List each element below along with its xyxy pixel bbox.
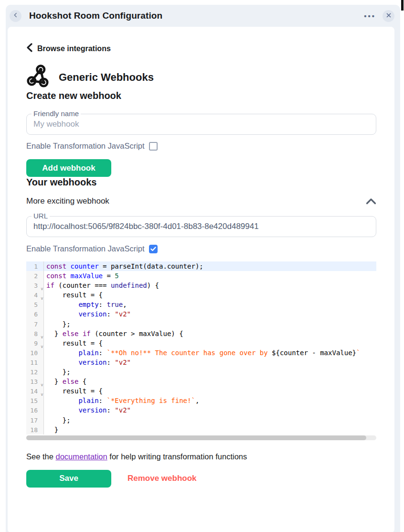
code-line[interactable]: 8v } else if (counter > maxValue) { xyxy=(26,329,376,338)
help-text: See the documentation for help writing t… xyxy=(26,452,376,461)
code-text[interactable]: result = { xyxy=(44,290,103,300)
cursor-artifact xyxy=(401,0,404,11)
actions-row: Save Remove webhook xyxy=(26,470,376,488)
code-text[interactable]: }; xyxy=(44,415,71,425)
code-text[interactable]: version: "v2" xyxy=(44,358,131,367)
create-transform-row: Enable Transformation JavaScript xyxy=(26,141,376,151)
code-line[interactable]: 15 plain: `*Everything is fine!`, xyxy=(26,396,376,405)
code-line[interactable]: 13v } else { xyxy=(26,377,376,386)
code-text[interactable]: } xyxy=(44,425,58,434)
browse-integrations-link[interactable]: Browse integrations xyxy=(26,43,376,54)
code-line[interactable]: 14v result = { xyxy=(26,386,376,396)
line-number: 18 xyxy=(26,425,44,434)
overflow-menu-icon[interactable]: ••• xyxy=(364,12,376,20)
your-webhooks-heading: Your webhooks xyxy=(26,177,376,188)
code-text[interactable]: }; xyxy=(44,319,71,329)
url-input[interactable] xyxy=(26,216,376,237)
line-number: 8v xyxy=(26,329,44,338)
code-line[interactable]: 2const maxValue = 5 xyxy=(26,271,376,281)
line-number: 11 xyxy=(26,358,44,367)
line-number: 15 xyxy=(26,396,44,405)
line-number: 3v xyxy=(26,281,44,290)
hook-transform-row: Enable Transformation JavaScript xyxy=(26,244,376,253)
close-icon xyxy=(386,11,392,20)
hook-transform-label: Enable Transformation JavaScript xyxy=(26,244,145,253)
create-transform-label: Enable Transformation JavaScript xyxy=(26,141,145,151)
line-number: 10 xyxy=(26,348,44,358)
line-number: 14v xyxy=(26,386,44,396)
code-line[interactable]: 17 }; xyxy=(26,415,376,425)
code-line[interactable]: 16 version: "v2" xyxy=(26,405,376,415)
code-text[interactable]: }; xyxy=(44,367,71,377)
code-line[interactable]: 9v result = { xyxy=(26,338,376,348)
remove-webhook-button[interactable]: Remove webhook xyxy=(125,473,200,484)
code-text[interactable]: plain: `**Oh no!** The counter has gone … xyxy=(44,348,360,358)
chevron-up-icon xyxy=(366,198,376,205)
url-field: URL xyxy=(26,216,376,237)
editor-hscrollbar[interactable] xyxy=(26,435,376,440)
create-transform-checkbox[interactable] xyxy=(149,142,158,151)
create-webhook-heading: Create new webhook xyxy=(26,90,376,101)
integration-header: Generic Webhooks xyxy=(26,65,376,90)
check-icon xyxy=(150,247,156,251)
code-line[interactable]: 12 }; xyxy=(26,367,376,377)
content-card: Browse integrations xyxy=(8,27,394,532)
line-number: 2 xyxy=(26,271,44,281)
code-line[interactable]: 18 } xyxy=(26,425,376,434)
code-line[interactable]: 5 empty: true, xyxy=(26,300,376,309)
close-button[interactable] xyxy=(383,10,394,22)
integration-name: Generic Webhooks xyxy=(59,71,154,84)
webhook-name: More exciting webhook xyxy=(26,196,109,206)
line-number: 5 xyxy=(26,300,44,309)
webhook-icon xyxy=(26,65,50,90)
line-number: 16 xyxy=(26,405,44,415)
line-number: 12 xyxy=(26,367,44,377)
back-button[interactable] xyxy=(10,10,21,22)
code-text[interactable]: } else if (counter > maxValue) { xyxy=(44,329,183,338)
chevron-left-icon xyxy=(12,11,19,20)
hookshot-dialog: Hookshot Room Configuration ••• Browse i… xyxy=(6,5,400,532)
code-text[interactable]: version: "v2" xyxy=(44,309,131,319)
code-line[interactable]: 7 }; xyxy=(26,319,376,329)
friendly-name-label: Friendly name xyxy=(32,109,81,118)
hook-transform-checkbox[interactable] xyxy=(149,245,158,253)
code-text[interactable]: const counter = parseInt(data.counter); xyxy=(44,261,203,271)
save-button[interactable]: Save xyxy=(26,470,111,488)
code-text[interactable]: plain: `*Everything is fine!`, xyxy=(44,396,199,405)
line-number: 7 xyxy=(26,319,44,329)
code-text[interactable]: empty: true, xyxy=(44,300,127,309)
code-line[interactable]: 1const counter = parseInt(data.counter); xyxy=(26,261,376,271)
code-text[interactable]: if (counter === undefined) { xyxy=(44,281,159,290)
line-number: 13v xyxy=(26,377,44,386)
code-line[interactable]: 6 version: "v2" xyxy=(26,309,376,319)
dialog-header: Hookshot Room Configuration ••• xyxy=(6,5,400,27)
collapse-button[interactable] xyxy=(366,198,376,205)
code-line[interactable]: 10 plain: `**Oh no!** The counter has go… xyxy=(26,348,376,358)
code-text[interactable]: result = { xyxy=(44,386,103,396)
line-number: 6 xyxy=(26,309,44,319)
code-text[interactable]: result = { xyxy=(44,338,103,348)
line-number: 4v xyxy=(26,290,44,300)
code-lines: 1const counter = parseInt(data.counter);… xyxy=(26,261,376,434)
code-text[interactable]: version: "v2" xyxy=(44,405,131,415)
url-label: URL xyxy=(32,212,50,220)
line-number: 1 xyxy=(26,261,44,271)
friendly-name-field: Friendly name xyxy=(26,114,376,135)
browse-integrations-label: Browse integrations xyxy=(37,44,111,53)
code-editor[interactable]: 1const counter = parseInt(data.counter);… xyxy=(26,261,376,440)
code-line[interactable]: 3vif (counter === undefined) { xyxy=(26,281,376,290)
code-line[interactable]: 11 version: "v2" xyxy=(26,358,376,367)
help-suffix: for help writing transformation function… xyxy=(107,452,247,461)
documentation-link[interactable]: documentation xyxy=(55,452,107,461)
help-prefix: See the xyxy=(26,452,55,461)
code-line[interactable]: 4v result = { xyxy=(26,290,376,300)
code-text[interactable]: const maxValue = 5 xyxy=(44,271,119,281)
add-webhook-button[interactable]: Add webhook xyxy=(26,159,111,177)
dialog-title: Hookshot Room Configuration xyxy=(29,11,162,21)
chevron-left-icon xyxy=(26,43,33,54)
line-number: 9v xyxy=(26,338,44,348)
webhook-list-item[interactable]: More exciting webhook xyxy=(26,196,376,206)
code-text[interactable]: } else { xyxy=(44,377,86,386)
editor-hscrollbar-thumb[interactable] xyxy=(26,435,366,440)
line-number: 17 xyxy=(26,415,44,425)
